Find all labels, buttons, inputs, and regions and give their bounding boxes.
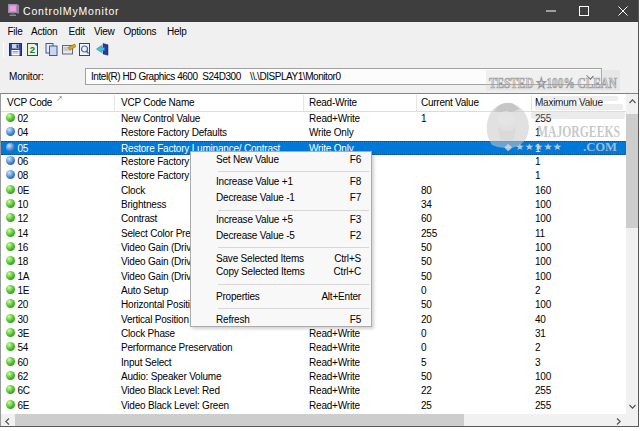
svg-text:2: 2	[30, 44, 35, 55]
svg-text:TESTED ★100% CLEAN: TESTED ★100% CLEAN	[489, 75, 617, 91]
